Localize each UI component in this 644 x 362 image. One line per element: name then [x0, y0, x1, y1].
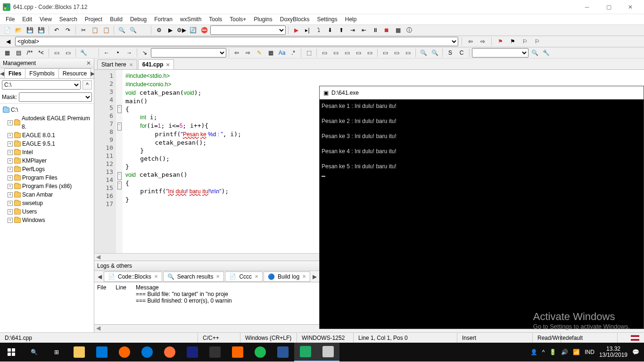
run-icon[interactable]: ▶ — [165, 25, 175, 35]
nav-dot-icon[interactable]: • — [113, 48, 123, 58]
rebuild-icon[interactable]: 🔄 — [188, 25, 198, 35]
tray-up-icon[interactable]: ^ — [542, 349, 545, 355]
tree-node[interactable]: +Scan Ambar — [1, 190, 93, 199]
tab-files[interactable]: Files — [4, 68, 25, 78]
tabs-left-icon[interactable]: ◀ — [0, 70, 4, 77]
mail-icon[interactable] — [204, 343, 226, 362]
menu-search[interactable]: Search — [56, 15, 81, 24]
menu-view[interactable]: View — [36, 15, 56, 24]
fold-column[interactable]: −−−− — [116, 70, 123, 253]
wifi-icon[interactable]: 📶 — [573, 349, 580, 355]
firefox-icon[interactable] — [158, 343, 181, 362]
target-select[interactable] — [210, 25, 286, 35]
logtab-cccc[interactable]: 📄 Cccc ✕ — [225, 272, 263, 282]
menu-edit[interactable]: Edit — [18, 15, 36, 24]
vlc-icon[interactable] — [226, 343, 249, 362]
doxy-star-icon[interactable]: *< — [36, 48, 46, 58]
run-to-cursor-icon[interactable]: ▸| — [302, 25, 313, 35]
save-icon[interactable]: 💾 — [25, 25, 35, 35]
system-tray[interactable]: 👤 ^ 🔋 🔊 📶 IND 13.3213/10/2019 💬 — [526, 346, 644, 358]
menu-tools[interactable]: Tools — [205, 15, 226, 24]
menu-file[interactable]: File — [2, 15, 18, 24]
tree-node[interactable]: +Program Files — [1, 173, 93, 182]
save-all-icon[interactable]: 💾 — [36, 25, 46, 35]
case-icon[interactable]: Aa — [277, 48, 287, 58]
text-icon[interactable]: ▦ — [265, 48, 276, 58]
mask-select[interactable] — [19, 92, 92, 102]
debug-windows-icon[interactable]: ▦ — [393, 25, 403, 35]
tree-node[interactable]: +Program Files (x86) — [1, 182, 93, 190]
rect6-icon[interactable]: ▭ — [380, 48, 390, 58]
tree-node[interactable]: C:\ — [1, 106, 93, 114]
info-icon[interactable]: ⓘ — [404, 25, 414, 35]
explorer-icon[interactable] — [68, 343, 91, 362]
start-button[interactable] — [0, 343, 23, 362]
editor-tab[interactable]: 641.cpp✕ — [138, 59, 174, 69]
menu-fortran[interactable]: Fortran — [150, 15, 176, 24]
console-titlebar[interactable]: ▣ D:\641.exe — [320, 86, 644, 99]
paste-icon[interactable]: 📋 — [101, 25, 111, 35]
close-button[interactable]: ✕ — [619, 0, 641, 14]
step-over-icon[interactable]: ⤵ — [314, 25, 324, 35]
next-bookmark-icon[interactable]: ⇨ — [478, 37, 488, 46]
store-icon[interactable] — [91, 343, 113, 362]
menu-build[interactable]: Build — [106, 15, 126, 24]
uc-icon[interactable] — [113, 343, 136, 362]
tree-node[interactable]: +Autodesk EAGLE Premium 8. — [1, 114, 93, 131]
tree-node[interactable]: +EAGLE 8.0.1 — [1, 131, 93, 140]
cut-icon[interactable]: ✂ — [78, 25, 89, 35]
undo-icon[interactable]: ↶ — [51, 25, 62, 35]
tree-node[interactable]: +Intel — [1, 148, 93, 156]
select-icon[interactable]: ⬚ — [304, 48, 314, 58]
jump-icon[interactable]: ↘ — [140, 48, 150, 58]
open-file-icon[interactable]: 📂 — [13, 25, 24, 35]
s-icon[interactable]: S — [445, 48, 455, 58]
menu-plugins[interactable]: Plugins — [250, 15, 276, 24]
word-icon[interactable] — [272, 343, 294, 362]
notifications-icon[interactable]: 💬 — [632, 349, 639, 355]
codeblocks-task-icon[interactable] — [294, 343, 317, 362]
comment-block-icon[interactable]: ▦ — [2, 48, 12, 58]
tree-node[interactable]: +swsetup — [1, 199, 93, 207]
fortran-select[interactable] — [472, 48, 528, 58]
taskview-button[interactable]: ⊞ — [45, 343, 68, 362]
maximize-button[interactable]: ▢ — [598, 0, 619, 14]
console-task-icon[interactable] — [317, 343, 339, 362]
arrow-right-icon[interactable]: ⇨ — [243, 48, 253, 58]
logtab-search[interactable]: 🔍 Search results ✕ — [163, 272, 224, 282]
tab-fsymbols[interactable]: FSymbols — [25, 68, 58, 78]
rect4-icon[interactable]: ▭ — [353, 48, 363, 58]
find-icon[interactable]: 🔍 — [116, 25, 127, 35]
step-out-icon[interactable]: ⬆ — [336, 25, 347, 35]
zoom-out-icon[interactable]: 🔍 — [429, 48, 440, 58]
flag-set-icon[interactable]: ⚑ — [507, 37, 518, 46]
lang-indicator[interactable]: IND — [585, 349, 594, 355]
doxy-slash-icon[interactable]: /** — [25, 48, 35, 58]
redo-icon[interactable]: ↷ — [63, 25, 73, 35]
tree-node[interactable]: +EAGLE 9.5.1 — [1, 140, 93, 148]
comment-line-icon[interactable]: ▤ — [13, 48, 24, 58]
nav-fwd-icon[interactable]: → — [124, 48, 134, 58]
spotify-icon[interactable] — [249, 343, 272, 362]
next-instr-icon[interactable]: ⇥ — [347, 25, 358, 35]
menu-debug[interactable]: Debug — [126, 15, 150, 24]
battery-icon[interactable]: 🔋 — [549, 349, 556, 355]
tree-node[interactable]: +Users — [1, 207, 93, 216]
console-window[interactable]: ▣ D:\641.exe Pesan ke 1 : Ini dulu! baru… — [319, 86, 644, 329]
up-folder-button[interactable]: ^ — [83, 80, 92, 90]
new-file-icon[interactable]: 📄 — [2, 25, 12, 35]
flag-red-icon[interactable]: ⚑ — [495, 37, 505, 46]
menu-settings[interactable]: Settings — [313, 15, 341, 24]
edge-icon[interactable] — [136, 343, 158, 362]
rect2-icon[interactable]: ▭ — [330, 48, 341, 58]
menu-tools+[interactable]: Tools+ — [226, 15, 250, 24]
tree-node[interactable]: +PerfLogs — [1, 165, 93, 173]
rect5-icon[interactable]: ▭ — [364, 48, 375, 58]
tab-resource[interactable]: Resource — [58, 68, 91, 78]
back-icon[interactable]: ◀ — [3, 37, 13, 46]
minimize-button[interactable]: ─ — [576, 0, 598, 14]
scope-select[interactable]: <global> — [15, 37, 458, 46]
logtabs-right-icon[interactable]: ▶ — [311, 273, 318, 280]
tree-node[interactable]: +KMPlayer — [1, 156, 93, 165]
zoom-in-icon[interactable]: 🔍 — [418, 48, 429, 58]
